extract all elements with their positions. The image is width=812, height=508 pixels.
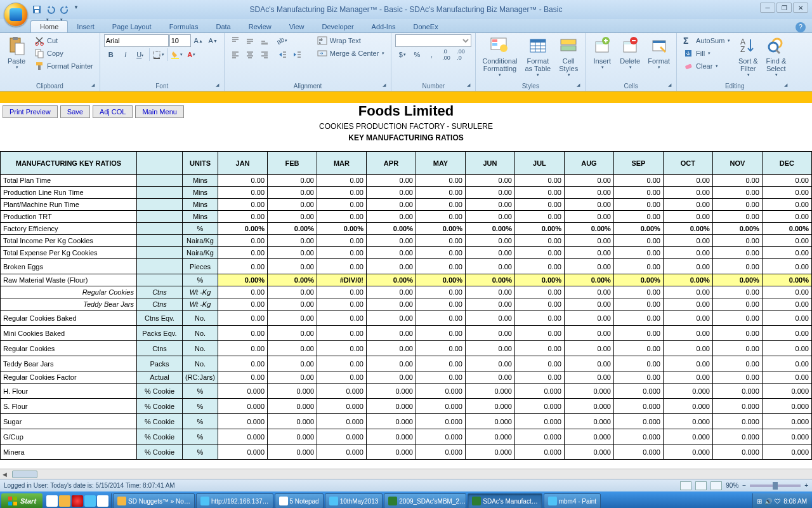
- cell[interactable]: 0.00%: [317, 223, 367, 235]
- row-unit[interactable]: %: [182, 399, 218, 414]
- row-label[interactable]: Sugar: [1, 414, 137, 429]
- cell[interactable]: 0.00: [762, 311, 811, 326]
- cell[interactable]: 0.000: [712, 414, 762, 429]
- cell[interactable]: 0.00%: [712, 223, 762, 235]
- cell[interactable]: 0.00%: [762, 274, 811, 286]
- cell[interactable]: 0.000: [465, 384, 514, 399]
- cell[interactable]: 0.00: [317, 175, 367, 187]
- cell[interactable]: 0.000: [416, 384, 465, 399]
- cell[interactable]: 0.000: [317, 399, 367, 414]
- cell[interactable]: 0.00: [366, 259, 416, 274]
- row-sub[interactable]: [136, 175, 182, 187]
- cell[interactable]: 0.000: [317, 429, 367, 444]
- row-label[interactable]: Total Plan Time: [1, 175, 137, 187]
- tab-developer[interactable]: Developer: [313, 21, 362, 32]
- cell[interactable]: 0.00: [416, 235, 465, 247]
- cell[interactable]: 0.00%: [613, 274, 663, 286]
- cell[interactable]: 0.00: [366, 298, 416, 311]
- number-format-select[interactable]: [395, 34, 471, 47]
- cell[interactable]: 0.000: [712, 444, 762, 460]
- font-color-button[interactable]: A: [185, 48, 199, 61]
- increase-decimal-button[interactable]: .0.00: [439, 48, 453, 61]
- sort-filter-button[interactable]: AZSort & Filter: [735, 34, 761, 79]
- cell[interactable]: 0.000: [465, 399, 514, 414]
- cell[interactable]: 0.00: [613, 235, 663, 247]
- cell[interactable]: 0.00: [613, 371, 663, 384]
- cell[interactable]: 0.00%: [613, 223, 663, 235]
- cell[interactable]: 0.000: [416, 444, 465, 460]
- cell[interactable]: 0.000: [663, 429, 712, 444]
- cell[interactable]: 0.00: [366, 356, 416, 371]
- cell[interactable]: 0.00: [317, 211, 367, 223]
- cell[interactable]: 0.000: [465, 444, 514, 460]
- cell[interactable]: 0.00: [465, 187, 514, 199]
- cell[interactable]: 0.00: [712, 356, 762, 371]
- cell[interactable]: 0.00: [268, 199, 317, 211]
- cell[interactable]: 0.00: [762, 187, 811, 199]
- find-select-button[interactable]: Find & Select: [763, 34, 789, 79]
- row-unit[interactable]: Mins: [182, 211, 218, 223]
- cell[interactable]: 0.00: [268, 286, 317, 298]
- cell[interactable]: 0.00: [317, 311, 367, 326]
- undo-icon[interactable]: [46, 4, 56, 15]
- cell[interactable]: 0.00: [268, 175, 317, 187]
- tab-review[interactable]: Review: [240, 21, 280, 32]
- row-sub[interactable]: [136, 247, 182, 259]
- cell[interactable]: 0.00: [712, 259, 762, 274]
- cell[interactable]: 0.00: [218, 175, 268, 187]
- row-label[interactable]: Production TRT: [1, 211, 137, 223]
- row-sub[interactable]: [136, 259, 182, 274]
- cell[interactable]: 0.00: [762, 235, 811, 247]
- cell[interactable]: 0.00%: [268, 274, 317, 286]
- cell[interactable]: 0.000: [218, 429, 268, 444]
- cell[interactable]: 0.000: [317, 414, 367, 429]
- cell[interactable]: 0.00: [366, 311, 416, 326]
- row-unit[interactable]: %: [182, 414, 218, 429]
- cell[interactable]: 0.00%: [416, 223, 465, 235]
- row-label[interactable]: Plant/Machine Run Time: [1, 199, 137, 211]
- cell[interactable]: 0.00: [218, 286, 268, 298]
- cell[interactable]: 0.00: [564, 286, 613, 298]
- cell[interactable]: 0.000: [366, 384, 416, 399]
- cell[interactable]: 0.00: [564, 371, 613, 384]
- cell[interactable]: 0.000: [564, 384, 613, 399]
- cell[interactable]: 0.00: [564, 341, 613, 356]
- cell[interactable]: 0.00: [613, 211, 663, 223]
- cell[interactable]: 0.00%: [564, 223, 613, 235]
- row-unit[interactable]: %: [182, 444, 218, 460]
- row-label[interactable]: Total Expense Per Kg Cookies: [1, 247, 137, 259]
- cell[interactable]: 0.00: [712, 371, 762, 384]
- cell[interactable]: 0.00: [416, 247, 465, 259]
- cell[interactable]: 0.00: [465, 341, 514, 356]
- cell[interactable]: 0.00: [663, 199, 712, 211]
- cell[interactable]: 0.00: [317, 298, 367, 311]
- cell[interactable]: 0.00: [712, 326, 762, 341]
- cell[interactable]: 0.00: [613, 175, 663, 187]
- cell[interactable]: 0.00: [514, 326, 564, 341]
- cell[interactable]: 0.00: [514, 286, 564, 298]
- cell[interactable]: 0.00: [317, 286, 367, 298]
- cell[interactable]: 0.00: [268, 326, 317, 341]
- row-unit[interactable]: %: [182, 223, 218, 235]
- cell[interactable]: 0.000: [366, 399, 416, 414]
- cell[interactable]: 0.000: [762, 384, 811, 399]
- cell[interactable]: 0.00: [712, 211, 762, 223]
- row-unit[interactable]: No.: [182, 341, 218, 356]
- row-unit[interactable]: No.: [182, 356, 218, 371]
- cell[interactable]: 0.00: [613, 199, 663, 211]
- row-unit[interactable]: No.: [182, 311, 218, 326]
- cell[interactable]: 0.00: [416, 187, 465, 199]
- ql-icon-1[interactable]: [46, 495, 58, 507]
- cell[interactable]: 0.00: [416, 175, 465, 187]
- delete-cells-button[interactable]: Delete: [617, 34, 643, 71]
- tab-formulas[interactable]: Formulas: [160, 21, 207, 32]
- taskbar-item[interactable]: 5 Notepad: [275, 493, 324, 508]
- cell[interactable]: 0.000: [663, 444, 712, 460]
- qat-dropdown-icon[interactable]: ▼: [74, 4, 84, 15]
- cell[interactable]: 0.00: [317, 259, 367, 274]
- cell[interactable]: 0.000: [613, 429, 663, 444]
- cell[interactable]: 0.000: [465, 429, 514, 444]
- cell[interactable]: 0.000: [514, 384, 564, 399]
- cell[interactable]: 0.00: [663, 247, 712, 259]
- row-unit[interactable]: Naira/Kg: [182, 247, 218, 259]
